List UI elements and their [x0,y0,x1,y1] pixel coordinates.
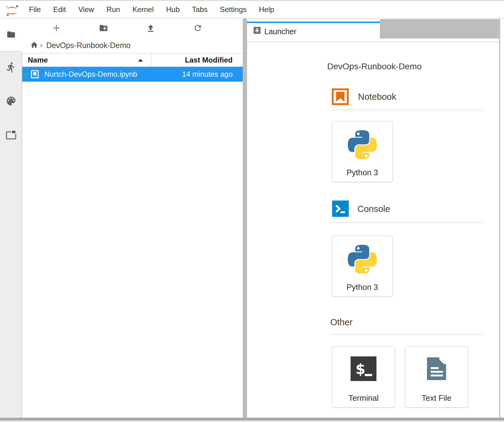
home-icon [30,41,39,49]
notebook-icon [332,88,349,106]
window-bottom-edge-light [0,420,504,422]
card-label: Python 3 [347,168,378,177]
upload-button[interactable] [145,22,156,34]
window-bottom-edge [0,418,504,420]
panel-splitter[interactable] [243,18,247,418]
section-divider [330,334,482,335]
running-kernel-dot [24,73,27,76]
upload-icon [146,23,155,33]
section-divider [330,222,482,223]
text-file-icon [424,355,449,383]
dock-tab-bar [380,19,499,39]
card-label: Text File [422,393,452,403]
menu-hub[interactable]: Hub [160,5,186,14]
file-list-header: Name Last Modified [22,53,243,67]
launcher-title: DevOps-Runbook-Demo [327,62,422,71]
menu-bar: File Edit View Run Kernel Hub Tabs Setti… [0,1,504,18]
menu-help[interactable]: Help [253,5,280,14]
menu-edit[interactable]: Edit [47,5,72,14]
folder-icon[interactable] [6,30,16,40]
section-heading-console: Console [357,203,390,215]
tab-bar-underline [247,42,499,42]
svg-text:$: $ [356,361,365,377]
card-label: Terminal [348,393,379,403]
card-label: Python 3 [347,282,378,292]
column-header-name[interactable]: Name [28,54,48,66]
launcher-card-notebook-python3[interactable]: Python 3 [332,121,393,182]
section-divider [330,110,482,110]
section-heading-other: Other [330,316,353,328]
jupyter-logo [5,4,19,18]
menu-tabs[interactable]: Tabs [186,5,214,14]
breadcrumb-separator: › [40,41,43,50]
console-icon [332,201,349,218]
rocket-icon [254,27,261,35]
new-folder-button[interactable] [98,22,109,34]
notebook-file-icon [31,70,39,80]
section-heading-notebook: Notebook [358,91,396,103]
breadcrumb-home[interactable] [30,41,39,50]
jupyterlab-window: File Edit View Run Kernel Hub Tabs Setti… [0,0,504,422]
menu-run[interactable]: Run [100,5,126,14]
menu-view[interactable]: View [72,5,100,14]
active-tab-indicator [247,22,380,23]
launcher-card-text-file[interactable]: Text File [405,347,468,408]
file-name: Nurtch-DevOps-Demo.ipynb [44,67,137,82]
menu-items: File Edit View Run Kernel Hub Tabs Setti… [23,1,280,18]
palette-icon[interactable] [5,95,17,108]
sort-ascending-icon[interactable] [138,59,143,62]
menu-settings[interactable]: Settings [214,5,253,14]
menu-kernel[interactable]: Kernel [126,5,160,14]
refresh-icon [193,23,202,33]
refresh-button[interactable] [192,22,203,34]
file-row-selected[interactable]: Nurtch-DevOps-Demo.ipynb 14 minutes ago [22,67,243,82]
launcher-card-console-python3[interactable]: Python 3 [332,236,393,297]
column-header-last-modified[interactable]: Last Modified [185,54,233,66]
breadcrumb-current-folder[interactable]: DevOps-Runbook-Demo [46,41,131,50]
new-launcher-icon [52,23,61,33]
running-man-icon[interactable] [5,62,17,74]
python-logo [348,245,377,275]
launcher-tab-label: Launcher [264,27,296,35]
new-launcher-button[interactable] [51,22,62,34]
launcher-card-terminal[interactable]: $ Terminal [332,347,395,408]
window-right-edge [499,18,500,418]
column-divider [151,54,152,66]
tabs-icon[interactable] [6,129,17,141]
terminal-icon: $ [351,355,376,383]
menu-file[interactable]: File [23,5,47,14]
python-logo [348,130,377,160]
file-last-modified: 14 minutes ago [182,67,233,82]
new-folder-icon [99,23,108,33]
